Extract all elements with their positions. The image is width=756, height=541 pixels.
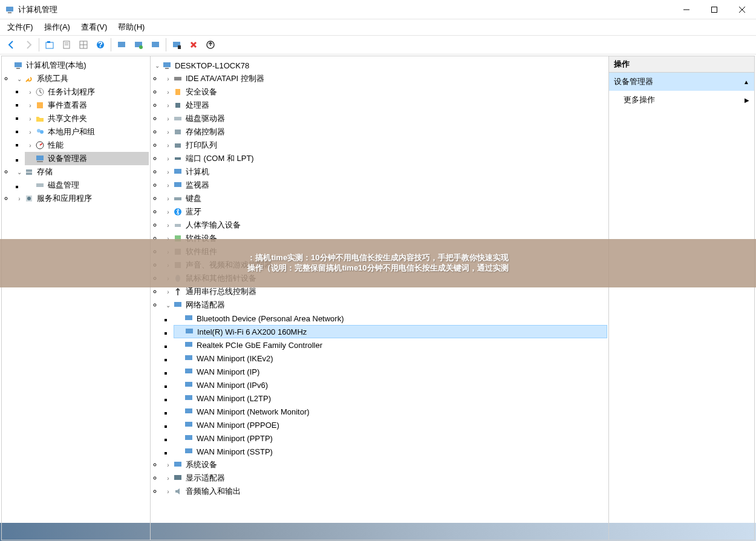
event-icon: [34, 100, 45, 111]
chevron-right-icon: ›: [26, 141, 34, 149]
device-category-network[interactable]: ⌄网络适配器: [163, 298, 607, 312]
menu-help[interactable]: 帮助(H): [118, 22, 145, 33]
network-adapter-item[interactable]: Bluetooth Device (Personal Area Network): [174, 312, 607, 325]
device-category-print[interactable]: ›打印队列: [163, 139, 607, 152]
users-icon: [34, 126, 45, 137]
disk-icon: [172, 113, 183, 124]
back-button[interactable]: [4, 37, 19, 53]
network-adapter-item[interactable]: WAN Miniport (IPv6): [174, 378, 607, 392]
toolbar-btn-9[interactable]: [148, 37, 163, 53]
menu-file[interactable]: 文件(F): [7, 22, 33, 33]
menu-action[interactable]: 操作(A): [44, 22, 70, 33]
tree-item-local-users[interactable]: ›本地用户和组: [25, 125, 149, 139]
device-category-label: 系统设备: [186, 459, 217, 470]
tree-item-storage[interactable]: ⌄ 存储: [14, 165, 149, 179]
device-root[interactable]: ⌄ DESKTOP-L1OCK78: [152, 59, 607, 72]
network-adapter-label: WAN Miniport (Network Monitor): [197, 407, 310, 416]
device-category-display[interactable]: ›显示适配器: [163, 471, 607, 485]
device-category-ide[interactable]: ›IDE ATA/ATAPI 控制器: [163, 72, 607, 85]
device-category-disk[interactable]: ›磁盘驱动器: [163, 112, 607, 125]
toolbar-btn-7[interactable]: [114, 37, 129, 53]
network-adapter-label: WAN Miniport (SSTP): [197, 447, 273, 456]
tree-label: 系统工具: [37, 73, 68, 84]
tree-label: 计算机管理(本地): [26, 60, 86, 71]
help-button[interactable]: ?: [93, 37, 108, 53]
tree-item-computer-management[interactable]: 计算机管理(本地): [3, 59, 149, 72]
chevron-icon: ⌄: [164, 301, 172, 309]
blank-icon: [175, 354, 183, 362]
network-adapter-item[interactable]: WAN Miniport (PPPOE): [174, 418, 607, 431]
svg-rect-7: [47, 41, 50, 43]
menu-view[interactable]: 查看(V): [81, 22, 107, 33]
svg-rect-47: [174, 182, 181, 187]
close-button[interactable]: [728, 0, 756, 19]
action-more[interactable]: 更多操作 ▶: [609, 91, 754, 109]
toolbar-btn-8[interactable]: [131, 37, 146, 53]
network-adapter-item[interactable]: WAN Miniport (SSTP): [174, 445, 607, 458]
network-adapter-icon: [183, 339, 194, 350]
tree-item-shared-folders[interactable]: ›共享文件夹: [25, 112, 149, 125]
tree-label: 存储: [37, 166, 53, 177]
tree-item-device-manager[interactable]: 设备管理器: [25, 152, 149, 165]
device-category-security[interactable]: ›安全设备: [163, 85, 607, 99]
svg-rect-50: [175, 224, 181, 227]
blank-icon: [175, 394, 183, 402]
device-category-system_dev[interactable]: ›系统设备: [163, 458, 607, 471]
network-adapter-icon: [183, 313, 194, 324]
device-tree-pane: ⌄ DESKTOP-L1OCK78 ›IDE ATA/ATAPI 控制器›安全设…: [151, 56, 609, 540]
update-driver-button[interactable]: [203, 37, 218, 53]
device-category-keyboard[interactable]: ›键盘: [163, 192, 607, 205]
svg-rect-42: [174, 117, 181, 120]
chevron-icon: ›: [164, 208, 172, 216]
action-device-manager[interactable]: 设备管理器 ▲: [609, 73, 754, 91]
device-category-audio[interactable]: ›音频输入和输出: [163, 485, 607, 498]
chevron-icon: ›: [164, 141, 172, 149]
computer-icon: [172, 166, 183, 177]
svg-point-36: [27, 197, 31, 200]
device-category-computer[interactable]: ›计算机: [163, 165, 607, 179]
tree-item-task-scheduler[interactable]: ›任务计划程序: [25, 85, 149, 99]
tree-item-performance[interactable]: ›性能: [25, 139, 149, 152]
network-adapter-item[interactable]: WAN Miniport (IP): [174, 365, 607, 378]
network-adapter-item[interactable]: WAN Miniport (L2TP): [174, 392, 607, 405]
network-adapter-item[interactable]: Intel(R) Wi-Fi 6 AX200 160MHz: [174, 325, 607, 338]
uninstall-button[interactable]: [186, 37, 201, 53]
device-category-monitor[interactable]: ›监视器: [163, 179, 607, 192]
blank-icon: [175, 407, 183, 416]
tree-item-system-tools[interactable]: ⌄ 系统工具: [14, 72, 149, 85]
device-category-label: 通用串行总线控制器: [186, 286, 256, 297]
ide-icon: [172, 73, 183, 84]
forward-button[interactable]: [21, 37, 36, 53]
display-icon: [172, 473, 183, 484]
network-adapter-item[interactable]: WAN Miniport (PPTP): [174, 431, 607, 445]
device-category-ports[interactable]: ›端口 (COM 和 LPT): [163, 152, 607, 165]
toolbar-btn-5[interactable]: [76, 37, 91, 53]
scan-hardware-button[interactable]: [169, 37, 184, 53]
computer-icon: [13, 60, 24, 71]
left-tree-pane: 计算机管理(本地) ⌄ 系统工具 ›任务计划程序 ›事件查看器 ›共享文件夹: [2, 56, 151, 540]
svg-rect-23: [15, 62, 22, 67]
tree-item-event-viewer[interactable]: ›事件查看器: [25, 99, 149, 112]
svg-rect-44: [175, 143, 181, 148]
chevron-right-icon: ›: [15, 194, 24, 203]
device-category-cpu[interactable]: ›处理器: [163, 99, 607, 112]
device-category-storage[interactable]: ›存储控制器: [163, 125, 607, 139]
tree-label: 性能: [48, 140, 64, 151]
minimize-button[interactable]: [673, 0, 700, 19]
tree-item-services-apps[interactable]: ›服务和应用程序: [14, 192, 149, 205]
network-adapter-item[interactable]: Realtek PCIe GbE Family Controller: [174, 338, 607, 352]
maximize-button[interactable]: [700, 0, 728, 19]
tree-item-disk-mgmt[interactable]: 磁盘管理: [25, 179, 149, 192]
device-category-label: 音频输入和输出: [186, 486, 241, 497]
svg-rect-63: [185, 408, 192, 413]
device-category-bluetooth[interactable]: ›蓝牙: [163, 205, 607, 218]
svg-rect-33: [26, 172, 32, 175]
properties-button[interactable]: [59, 37, 74, 53]
network-adapter-item[interactable]: WAN Miniport (IKEv2): [174, 352, 607, 365]
network-adapter-item[interactable]: WAN Miniport (Network Monitor): [174, 405, 607, 418]
device-category-hid[interactable]: ›人体学输入设备: [163, 218, 607, 232]
blank-icon: [175, 341, 183, 349]
chevron-icon: ›: [164, 181, 172, 189]
tree-label: 任务计划程序: [48, 87, 95, 97]
up-button[interactable]: [42, 37, 57, 53]
